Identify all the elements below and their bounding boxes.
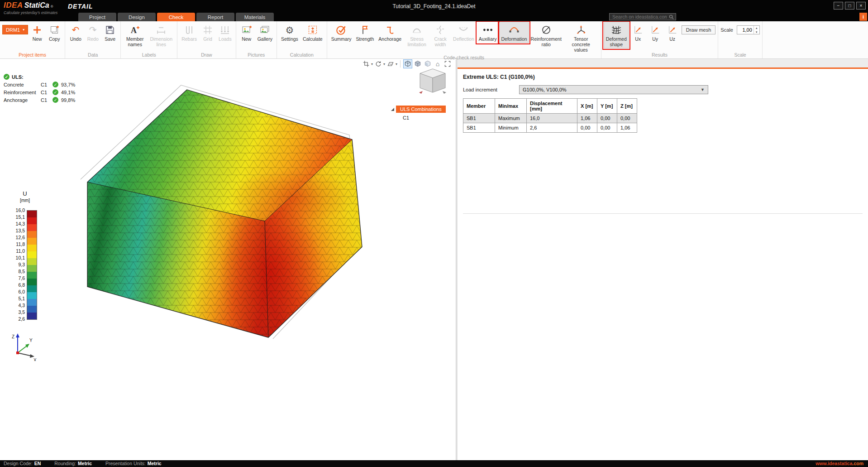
- button-label: Calculate: [303, 36, 323, 42]
- button-label: Uy: [652, 36, 658, 42]
- auxiliary-button[interactable]: Auxiliary: [477, 22, 499, 43]
- draw-mesh-toggle[interactable]: Draw mesh: [682, 25, 716, 34]
- button-label: New: [33, 36, 42, 42]
- tab-report[interactable]: Report: [196, 13, 234, 21]
- info-button[interactable]: i: [859, 13, 867, 21]
- button-label: Loads: [219, 36, 232, 42]
- table-header-row: Member Min/max Displacement [mm] X [m] Y…: [463, 99, 637, 114]
- uy-button[interactable]: Uy: [647, 22, 663, 43]
- window-controls: − □ ×: [834, 2, 866, 10]
- undo-button[interactable]: ↶ Undo: [67, 22, 84, 43]
- grid-button[interactable]: Grid: [200, 22, 216, 43]
- axis-z-label: Z: [12, 334, 14, 339]
- uz-button[interactable]: Uz: [664, 22, 681, 43]
- member-names-button[interactable]: A Member names: [123, 22, 147, 48]
- legend-color-cell: [27, 224, 37, 231]
- anchorage-button[interactable]: Anchorage: [377, 22, 403, 43]
- redo-button[interactable]: ↷ Redo: [85, 22, 101, 43]
- spin-up-icon[interactable]: ▲: [754, 26, 759, 30]
- button-label: Deflection: [453, 36, 474, 42]
- settings-button[interactable]: ⚙ Settings: [279, 22, 300, 43]
- tab-project[interactable]: Project: [78, 13, 116, 21]
- navigation-cube[interactable]: [416, 66, 449, 97]
- ribbon-group-scale: Scale ▲ ▼ Scale: [718, 21, 763, 58]
- legend-tick-label: 10,1: [13, 255, 25, 261]
- button-label: Strength: [356, 36, 374, 42]
- legend-color-cell: [27, 306, 37, 313]
- check-name: Anchorage: [4, 97, 38, 103]
- copy-project-item-button[interactable]: Copy: [46, 22, 62, 43]
- anchorage-hook-icon: [384, 24, 396, 36]
- dimension-lines-button[interactable]: Dimension lines: [148, 22, 175, 48]
- scale-stepper[interactable]: ▲ ▼: [737, 25, 760, 34]
- legend-color-cell: [27, 285, 37, 292]
- title-bar: IDEAStatiCa® Calculate yesterday's estim…: [0, 0, 868, 12]
- cell-member: SB1: [463, 123, 495, 133]
- plus-icon: [31, 24, 43, 36]
- maximize-button[interactable]: □: [845, 2, 854, 10]
- deformed-footing-model[interactable]: [0, 59, 456, 460]
- tab-check[interactable]: Check: [157, 13, 195, 21]
- save-button[interactable]: Save: [102, 22, 118, 43]
- strength-button[interactable]: Strength: [354, 22, 376, 43]
- cell-z: 0,00: [617, 114, 637, 123]
- combination-group-selected[interactable]: ULS Combinations: [396, 106, 446, 113]
- chevron-down-icon[interactable]: ▾: [371, 62, 373, 66]
- ribbon-group-pictures: New Gallery Pictures: [236, 21, 277, 58]
- legend-color-cell: [27, 217, 37, 224]
- chevron-down-icon[interactable]: ▾: [396, 62, 397, 66]
- new-project-item-button[interactable]: New: [29, 22, 45, 43]
- cell-y: 0,00: [597, 114, 617, 123]
- chevron-down-icon[interactable]: ▾: [383, 62, 385, 66]
- model-viewport[interactable]: ▾ ▾ ▾ ⌂ ✓ ULS: Concrete C1 ✓ 93,7%: [0, 59, 456, 460]
- chevron-down-icon: ▾: [23, 28, 24, 32]
- gallery-button[interactable]: Gallery: [256, 22, 274, 43]
- deformed-shape-button[interactable]: Deformed shape: [604, 22, 629, 48]
- legend-color-cell: [27, 238, 37, 245]
- uls-row-reinforcement: Reinforcement C1 ✓ 49,1%: [4, 89, 75, 95]
- combination-item-c1[interactable]: C1: [403, 115, 446, 120]
- check-name: Reinforcement: [4, 90, 38, 95]
- deformation-button[interactable]: Deformation: [499, 22, 529, 43]
- project-item-selector[interactable]: DRM1 ▾: [2, 25, 28, 34]
- tree-expander-icon[interactable]: [391, 108, 394, 111]
- button-label: Copy: [49, 36, 60, 42]
- legend-tick-label: 11,0: [13, 248, 25, 255]
- reinforcement-ratio-button[interactable]: Reinforcement ratio: [530, 22, 563, 48]
- search-input[interactable]: [611, 14, 668, 20]
- website-link[interactable]: www.ideastatica.com: [816, 460, 863, 467]
- status-value: Metric: [148, 460, 162, 467]
- button-label: Undo: [70, 36, 81, 42]
- tab-materials[interactable]: Materials: [236, 13, 274, 21]
- deflection-button[interactable]: Deflection: [451, 22, 476, 43]
- tensor-concrete-values-button[interactable]: Tensor concrete values: [563, 22, 599, 54]
- crack-width-button[interactable]: Crack width: [430, 22, 450, 48]
- minimize-button[interactable]: −: [834, 2, 843, 10]
- summary-button[interactable]: Summary: [329, 22, 353, 43]
- ux-button[interactable]: Ux: [630, 22, 646, 43]
- loads-button[interactable]: Loads: [217, 22, 234, 43]
- cell-member: SB1: [463, 114, 495, 123]
- ribbon-group-draw: Rebars Grid Loads Draw: [177, 21, 236, 58]
- load-increment-dropdown[interactable]: G100,0%, V100,0% ▼: [519, 85, 708, 94]
- close-button[interactable]: ×: [856, 2, 866, 10]
- stress-limitation-button[interactable]: Stress limitation: [404, 22, 429, 48]
- table-row[interactable]: SB1 Maximum 16,0 1,06 0,00 0,00: [463, 114, 637, 123]
- button-label: Rebars: [181, 36, 197, 42]
- button-label: Grid: [203, 36, 212, 42]
- legend-tick-label: 3,5: [13, 309, 25, 316]
- table-row[interactable]: SB1 Minimum 2,6 0,00 0,00 1,06: [463, 123, 637, 133]
- calculate-button[interactable]: Calculate: [301, 22, 324, 43]
- copy-icon: [48, 24, 60, 36]
- spin-down-icon[interactable]: ▼: [754, 30, 759, 34]
- load-increment-value: G100,0%, V100,0%: [523, 87, 567, 92]
- button-label: Member names: [125, 36, 145, 47]
- rebars-button[interactable]: Rebars: [180, 22, 199, 43]
- tab-design[interactable]: Design: [118, 13, 156, 21]
- website-suffix: .com: [852, 461, 863, 466]
- document-title: Tutorial_3D_Footing_24.1.ideaDet: [0, 3, 868, 10]
- cube-axis-arrow: [443, 91, 446, 94]
- new-picture-button[interactable]: New: [238, 22, 255, 43]
- search-box[interactable]: [609, 13, 676, 20]
- scale-input[interactable]: [737, 26, 754, 34]
